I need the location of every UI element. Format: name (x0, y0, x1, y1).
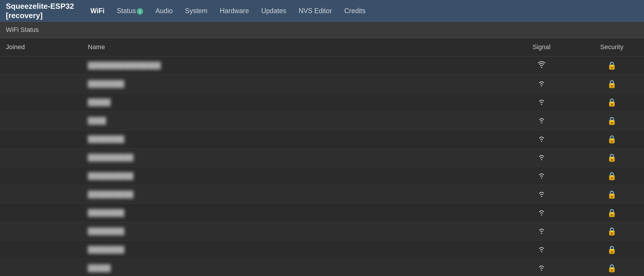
cell-name: ████ (82, 112, 503, 130)
cell-signal (503, 130, 580, 149)
cell-security: 🔒 (580, 93, 644, 112)
wifi-table-container: Joined Name Signal Security ████████████… (0, 38, 644, 276)
cell-joined (0, 93, 82, 112)
cell-signal (503, 56, 580, 75)
cell-signal (503, 185, 580, 204)
table-row[interactable]: █████🔒 (0, 259, 644, 276)
cell-signal (503, 241, 580, 259)
svg-point-9 (541, 233, 542, 234)
table-header-row: Joined Name Signal Security (0, 38, 644, 56)
cell-joined (0, 56, 82, 75)
table-row[interactable]: ████████🔒 (0, 241, 644, 259)
cell-name: ██████████ (82, 167, 503, 185)
table-row[interactable]: ████████████████🔒 (0, 56, 644, 75)
nav-item-wifi[interactable]: WiFi (86, 5, 109, 17)
cell-name: ████████ (82, 130, 503, 149)
table-row[interactable]: ████████🔒 (0, 222, 644, 241)
cell-signal (503, 93, 580, 112)
cell-name: █████ (82, 259, 503, 276)
table-row[interactable]: ██████████🔒 (0, 149, 644, 167)
cell-name: ████████ (82, 204, 503, 222)
cell-security: 🔒 (580, 241, 644, 259)
table-row[interactable]: ██████████🔒 (0, 185, 644, 204)
cell-security: 🔒 (580, 75, 644, 93)
cell-name: ██████████ (82, 149, 503, 167)
cell-security: 🔒 (580, 259, 644, 276)
cell-security: 🔒 (580, 167, 644, 185)
app-title-line1: Squeezelite-ESP32 (6, 2, 74, 11)
table-row[interactable]: ████🔒 (0, 112, 644, 130)
wifi-status-title: WiFi Status (6, 26, 39, 33)
cell-joined (0, 130, 82, 149)
cell-joined (0, 75, 82, 93)
app-title-line2: [recovery] (6, 11, 43, 20)
table-row[interactable]: ████████🔒 (0, 204, 644, 222)
nav-item-audio[interactable]: Audio (151, 5, 177, 17)
table-row[interactable]: ████████🔒 (0, 75, 644, 93)
svg-point-6 (541, 177, 542, 179)
cell-security: 🔒 (580, 130, 644, 149)
cell-joined (0, 222, 82, 241)
cell-signal (503, 259, 580, 276)
cell-name: ████████ (82, 222, 503, 241)
th-name: Name (82, 38, 503, 56)
nav-item-updates[interactable]: Updates (256, 5, 291, 17)
th-joined: Joined (0, 38, 82, 56)
cell-signal (503, 75, 580, 93)
cell-security: 🔒 (580, 204, 644, 222)
table-row[interactable]: ██████████🔒 (0, 167, 644, 185)
svg-point-2 (541, 104, 542, 105)
cell-security: 🔒 (580, 112, 644, 130)
th-security: Security (580, 38, 644, 56)
cell-signal (503, 222, 580, 241)
app-title: Squeezelite-ESP32 [recovery] (6, 2, 74, 20)
cell-security: 🔒 (580, 56, 644, 75)
svg-point-1 (541, 85, 542, 87)
nav-item-system[interactable]: System (180, 5, 212, 17)
svg-point-0 (541, 67, 542, 68)
cell-security: 🔒 (580, 149, 644, 167)
cell-signal (503, 149, 580, 167)
cell-name: █████ (82, 93, 503, 112)
nav-status-label: Status (117, 7, 136, 15)
cell-signal (503, 112, 580, 130)
cell-security: 🔒 (580, 185, 644, 204)
cell-joined (0, 149, 82, 167)
cell-joined (0, 241, 82, 259)
svg-point-8 (541, 214, 542, 215)
cell-name: ██████████ (82, 185, 503, 204)
app-header: Squeezelite-ESP32 [recovery] WiFi Status… (0, 0, 644, 22)
svg-point-3 (541, 122, 542, 123)
svg-point-10 (541, 251, 542, 252)
cell-name: ████████████████ (82, 56, 503, 75)
svg-point-4 (541, 141, 542, 142)
wifi-table: Joined Name Signal Security ████████████… (0, 38, 644, 276)
main-nav: WiFi Status2 Audio System Hardware Updat… (86, 5, 370, 17)
nav-item-nvs-editor[interactable]: NVS Editor (294, 5, 337, 17)
status-badge: 2 (137, 8, 143, 15)
cell-joined (0, 204, 82, 222)
th-signal: Signal (503, 38, 580, 56)
nav-item-hardware[interactable]: Hardware (215, 5, 254, 17)
nav-item-credits[interactable]: Credits (340, 5, 370, 17)
cell-joined (0, 259, 82, 276)
cell-security: 🔒 (580, 222, 644, 241)
cell-joined (0, 185, 82, 204)
nav-item-status[interactable]: Status2 (112, 5, 148, 17)
cell-joined (0, 112, 82, 130)
cell-name: ████████ (82, 241, 503, 259)
table-row[interactable]: █████🔒 (0, 93, 644, 112)
svg-point-7 (541, 196, 542, 197)
table-row[interactable]: ████████🔒 (0, 130, 644, 149)
cell-signal (503, 167, 580, 185)
cell-signal (503, 204, 580, 222)
cell-joined (0, 167, 82, 185)
svg-point-5 (541, 159, 542, 160)
wifi-status-title-bar: WiFi Status (0, 22, 644, 38)
svg-point-11 (541, 270, 542, 271)
cell-name: ████████ (82, 75, 503, 93)
